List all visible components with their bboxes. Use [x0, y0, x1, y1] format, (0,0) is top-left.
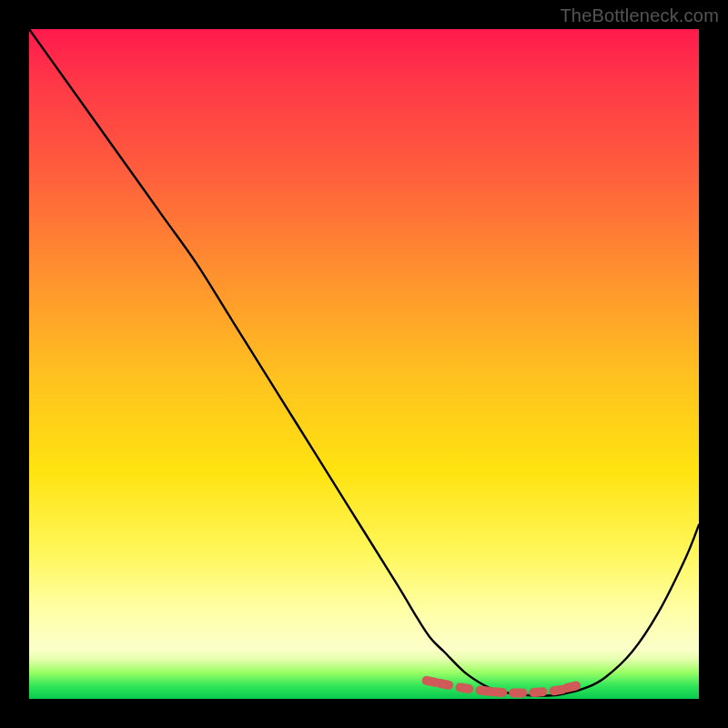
bottleneck-curve [29, 29, 699, 696]
optimal-range-markers [421, 675, 581, 697]
optimal-marker [435, 678, 455, 691]
watermark-text: TheBottleneck.com [560, 5, 719, 26]
optimal-marker [489, 687, 508, 697]
optimal-marker [561, 680, 581, 693]
optimal-marker [455, 682, 474, 694]
optimal-marker [529, 687, 548, 697]
chart-frame: TheBottleneck.com [0, 0, 728, 728]
curve-layer [29, 29, 699, 699]
optimal-marker [509, 688, 527, 697]
